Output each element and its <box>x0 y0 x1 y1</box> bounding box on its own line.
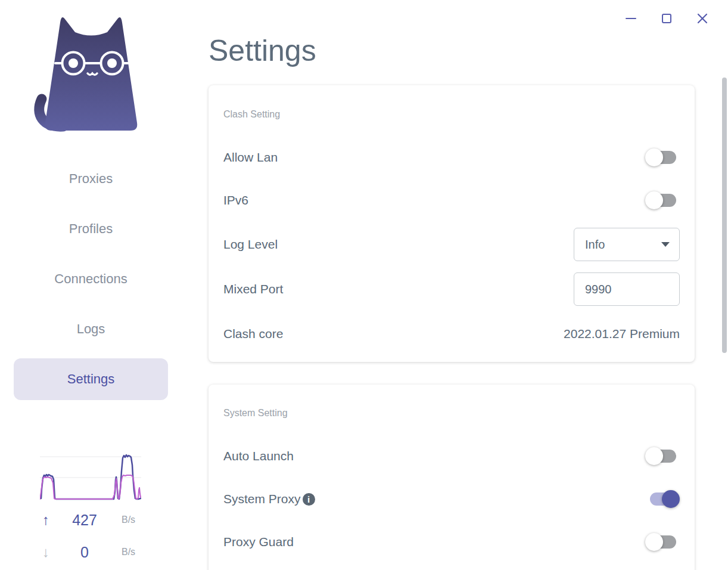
cat-mouth <box>88 73 97 75</box>
system-setting-card: System Setting Auto Launch System Proxy … <box>209 385 695 570</box>
down-arrow-icon: ↓ <box>37 544 55 560</box>
clash-cat-logo <box>29 10 142 136</box>
sidebar-item-proxies[interactable]: Proxies <box>14 161 168 197</box>
upload-value: 427 <box>55 512 114 529</box>
section-label-system: System Setting <box>223 408 288 419</box>
close-icon <box>696 13 708 24</box>
toggle-knob <box>645 533 663 551</box>
minimize-button[interactable] <box>623 11 639 26</box>
download-stat-row: ↓ 0 B/s <box>37 543 143 562</box>
download-value: 0 <box>55 544 114 561</box>
mixed-port-input[interactable] <box>574 272 680 306</box>
clash-setting-card: Clash Setting Allow Lan IPv6 Log Level I… <box>209 85 695 362</box>
log-level-label: Log Level <box>223 237 278 252</box>
mixed-port-label: Mixed Port <box>223 282 283 296</box>
toggle-knob <box>645 191 663 209</box>
traffic-sparkline <box>40 453 141 503</box>
sidebar-nav: Proxies Profiles Connections Logs Settin… <box>14 161 168 414</box>
page-title: Settings <box>209 33 316 68</box>
system-proxy-label: System Proxy i <box>223 492 315 506</box>
log-level-select[interactable]: Info <box>574 228 680 261</box>
sidebar-item-connections[interactable]: Connections <box>14 261 168 297</box>
cat-eye-right <box>107 58 117 68</box>
proxy-guard-label: Proxy Guard <box>223 535 294 549</box>
toggle-knob <box>645 447 663 465</box>
cat-eye-left <box>69 58 78 68</box>
maximize-icon <box>661 13 673 24</box>
row-proxy-guard: Proxy Guard <box>223 530 680 554</box>
row-allow-lan: Allow Lan <box>223 145 680 169</box>
toggle-knob <box>662 490 680 508</box>
upload-stat-row: ↑ 427 B/s <box>37 510 143 529</box>
auto-launch-label: Auto Launch <box>223 449 294 463</box>
download-unit: B/s <box>114 547 143 557</box>
auto-launch-toggle[interactable] <box>645 446 680 466</box>
up-arrow-icon: ↑ <box>37 512 55 528</box>
clash-core-label: Clash core <box>223 327 283 341</box>
system-proxy-label-text: System Proxy <box>223 492 301 506</box>
info-icon[interactable]: i <box>303 493 315 506</box>
upload-unit: B/s <box>114 515 143 525</box>
ipv6-toggle[interactable] <box>645 190 680 210</box>
row-auto-launch: Auto Launch <box>223 444 680 468</box>
row-log-level: Log Level Info <box>223 233 680 256</box>
log-level-value: Info <box>585 238 605 252</box>
row-clash-core: Clash core 2022.01.27 Premium <box>223 322 680 346</box>
close-button[interactable] <box>695 11 710 26</box>
clash-core-version: 2022.01.27 Premium <box>564 327 680 341</box>
allow-lan-toggle[interactable] <box>645 147 680 168</box>
row-mixed-port: Mixed Port <box>223 277 680 301</box>
toggle-knob <box>645 148 663 166</box>
section-label-clash: Clash Setting <box>223 109 280 120</box>
sidebar-item-logs[interactable]: Logs <box>14 311 168 347</box>
minimize-icon <box>625 13 637 24</box>
system-proxy-toggle[interactable] <box>645 489 680 509</box>
row-system-proxy: System Proxy i <box>223 487 680 511</box>
chevron-down-icon <box>661 242 670 247</box>
sidebar-item-settings[interactable]: Settings <box>14 358 168 400</box>
ipv6-label: IPv6 <box>223 193 248 207</box>
maximize-button[interactable] <box>659 11 674 26</box>
scrollbar-thumb[interactable] <box>722 78 727 353</box>
row-ipv6: IPv6 <box>223 188 680 212</box>
allow-lan-label: Allow Lan <box>223 150 278 165</box>
sidebar-item-profiles[interactable]: Profiles <box>14 211 168 247</box>
proxy-guard-toggle[interactable] <box>645 532 680 552</box>
